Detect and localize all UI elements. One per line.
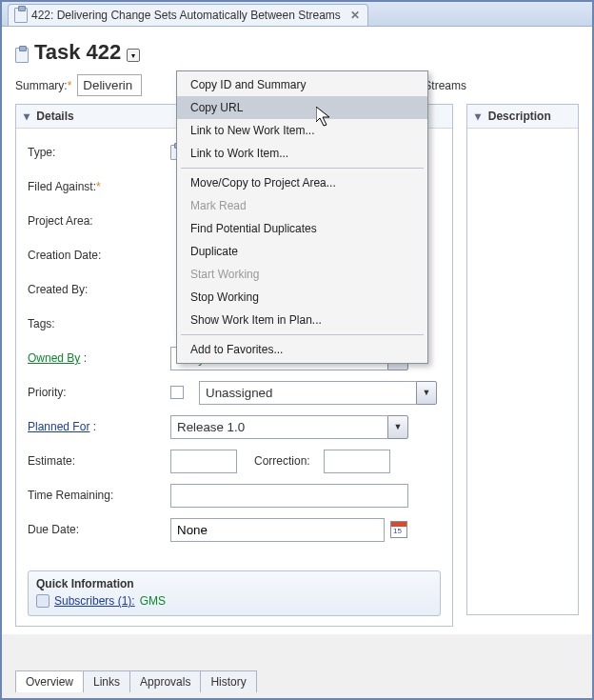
calendar-icon[interactable] <box>390 521 407 538</box>
menu-item[interactable]: Link to Work Item... <box>177 142 427 165</box>
tab-overview[interactable]: Overview <box>15 670 84 692</box>
tab-links[interactable]: Links <box>83 670 130 692</box>
owned-by-label[interactable]: Owned By <box>28 351 80 365</box>
type-label: Type: <box>28 146 170 159</box>
priority-dropdown-button[interactable]: ▼ <box>416 381 437 405</box>
editor-tab-bar: 422: Delivering Change Sets Automaticall… <box>2 2 592 27</box>
menu-item[interactable]: Copy ID and Summary <box>177 73 427 96</box>
planned-for-label[interactable]: Planned For <box>28 420 89 433</box>
menu-item: Mark Read <box>177 194 427 217</box>
due-date-label: Due Date: <box>28 523 170 536</box>
time-remaining-input[interactable] <box>170 484 408 508</box>
section-twisty-icon: ▾ <box>475 110 481 123</box>
priority-icon <box>170 386 184 399</box>
description-title: Description <box>488 110 551 123</box>
menu-item[interactable]: Stop Working <box>177 286 427 309</box>
summary-label: Summary:* <box>15 79 71 92</box>
tab-approvals[interactable]: Approvals <box>129 670 201 692</box>
description-section: ▾ Description <box>466 104 579 615</box>
due-date-row: Due Date: <box>28 515 441 544</box>
quick-info-section: Quick Information Subscribers (1): GMS <box>28 570 441 616</box>
menu-item[interactable]: Duplicate <box>177 240 427 263</box>
time-remaining-row: Time Remaining: <box>28 481 441 510</box>
menu-item[interactable]: Link to New Work Item... <box>177 119 427 142</box>
priority-label: Priority: <box>28 386 170 399</box>
quick-info-title: Quick Information <box>36 577 432 590</box>
summary-trailing-text: Streams <box>424 79 466 92</box>
estimate-label: Estimate: <box>28 454 170 468</box>
creation-date-label: Creation Date: <box>28 249 170 262</box>
title-context-menu[interactable]: Copy ID and SummaryCopy URLLink to New W… <box>176 70 428 364</box>
task-icon <box>15 48 29 63</box>
priority-combo[interactable] <box>199 381 416 405</box>
time-remaining-label: Time Remaining: <box>28 489 170 502</box>
editor-tab-title: 422: Delivering Change Sets Automaticall… <box>31 9 341 22</box>
tags-label: Tags: <box>28 317 170 330</box>
title-menu-button[interactable]: ▾ <box>127 49 140 62</box>
section-twisty-icon: ▾ <box>24 110 30 123</box>
tab-history[interactable]: History <box>200 670 256 692</box>
subscribers-link[interactable]: Subscribers (1): <box>54 594 135 608</box>
planned-for-row: Planned For : ▼ <box>28 412 441 441</box>
correction-label: Correction: <box>254 454 310 468</box>
estimate-input[interactable] <box>170 450 237 473</box>
created-by-label: Created By: <box>28 283 170 296</box>
filed-against-label: Filed Against:* <box>28 180 170 193</box>
page-title: Task 422 <box>34 40 121 65</box>
planned-for-dropdown-button[interactable]: ▼ <box>387 415 408 439</box>
description-header[interactable]: ▾ Description <box>467 105 578 129</box>
planned-for-combo[interactable] <box>170 415 387 439</box>
details-title: Details <box>36 110 73 123</box>
task-icon <box>14 8 28 23</box>
summary-input[interactable] <box>77 74 142 96</box>
menu-item[interactable]: Show Work Item in Plan... <box>177 309 427 331</box>
subscribers-icon <box>36 594 50 608</box>
title-row: Task 422 ▾ <box>15 36 579 74</box>
editor-tab[interactable]: 422: Delivering Change Sets Automaticall… <box>8 4 368 26</box>
priority-row: Priority: ▼ <box>28 378 441 407</box>
subscribers-value: GMS <box>140 594 166 608</box>
menu-item[interactable]: Move/Copy to Project Area... <box>177 171 427 194</box>
estimate-row: Estimate: Correction: <box>28 447 441 475</box>
menu-item[interactable]: Find Potential Duplicates <box>177 217 427 240</box>
menu-item: Start Working <box>177 263 427 286</box>
bottom-tab-bar: Overview Links Approvals History <box>15 670 256 692</box>
project-area-label: Project Area: <box>28 214 170 228</box>
menu-item[interactable]: Copy URL <box>177 96 427 119</box>
correction-input[interactable] <box>324 450 390 473</box>
menu-item[interactable]: Add to Favorites... <box>177 338 427 361</box>
due-date-input[interactable] <box>170 518 385 542</box>
description-body[interactable] <box>467 129 578 614</box>
close-tab-icon[interactable]: ✕ <box>350 9 360 22</box>
